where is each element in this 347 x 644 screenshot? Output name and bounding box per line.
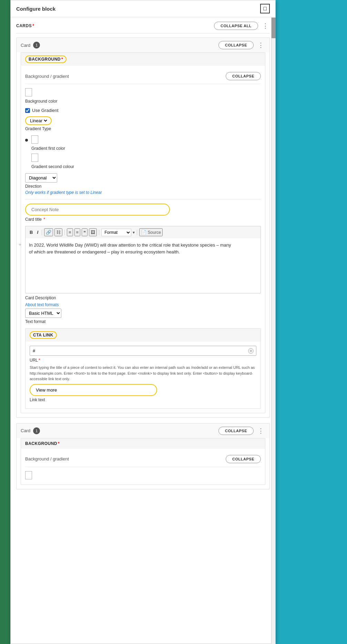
use-gradient-checkbox[interactable] <box>25 108 30 113</box>
card-2-background-subsection: BACKGROUND* Background / gradient COLLAP… <box>21 438 265 485</box>
cta-label-oval: CTA LINK <box>30 331 57 339</box>
url-help-text: Start typing the title of a piece of con… <box>30 365 256 382</box>
gradient-type-field: Linear Radial Gradient Type <box>25 116 261 131</box>
url-input[interactable] <box>30 346 256 356</box>
use-gradient-label: Use Gradient <box>32 108 59 113</box>
text-format-select[interactable]: Basic HTML Full HTML Plain text <box>25 309 61 318</box>
cards-section-header: CARDS* COLLAPSE ALL ⋮ <box>16 17 270 33</box>
link-text-input[interactable] <box>33 385 154 395</box>
bg-color-field: Background color <box>25 88 261 104</box>
bg-gradient-row: Background / gradient COLLAPSE <box>25 70 261 84</box>
background-header: BACKGROUND* <box>21 53 265 66</box>
list-ol-button[interactable]: ≡ <box>74 228 81 236</box>
gradient-first-color-label: Gradient first color <box>31 146 261 151</box>
url-input-wrapper: ○ <box>30 346 256 356</box>
card-1-label: Card 1 <box>21 42 40 49</box>
card-1-header-right: COLLAPSE ⋮ <box>218 41 265 50</box>
card-description-label: Card Description <box>25 295 261 300</box>
card-1-badge: 1 <box>33 42 40 49</box>
card-1-dots-icon[interactable]: ⋮ <box>256 41 265 50</box>
use-gradient-row: Use Gradient <box>25 108 261 113</box>
direction-label: Direction <box>25 184 261 189</box>
divider-1 <box>25 199 261 199</box>
card-2-badge: 1 <box>33 427 40 434</box>
card-title-oval <box>25 204 170 216</box>
card-2-label: Card 1 <box>21 427 40 434</box>
gradient-first-color-swatch[interactable] <box>31 135 38 144</box>
image-button[interactable]: 🖼 <box>89 228 97 236</box>
modal-title: Configure block <box>16 6 55 12</box>
gradient-second-color-label: Gradient second colour <box>31 164 261 169</box>
source-button[interactable]: 📄 Source <box>139 228 163 236</box>
card-2-header-right: COLLAPSE ⋮ <box>218 426 265 435</box>
gradient-first-color-field: Gradient first color <box>31 135 261 151</box>
card-description-field: B I 🔗 ⛓ ≡ ≡ ❝ 🖼 Format <box>25 226 261 324</box>
drag-handle[interactable]: + <box>19 242 21 247</box>
about-formats-link[interactable]: About text formats <box>25 302 261 307</box>
collapse-all-button[interactable]: COLLAPSE ALL <box>214 22 258 30</box>
list-ul-button[interactable]: ≡ <box>67 228 73 236</box>
bold-button[interactable]: B <box>28 229 34 236</box>
bg-color-swatch[interactable] <box>25 88 32 96</box>
cta-content: ○ URL* Start typing the title of a piece… <box>25 342 261 408</box>
configure-block-modal: Configure block □ CARDS* COLLAPSE ALL ⋮ … <box>10 0 276 644</box>
card-title-input[interactable] <box>29 205 166 214</box>
card-2-header: Card 1 COLLAPSE ⋮ <box>17 424 269 438</box>
rte-area[interactable]: + In 2022, World Wildlife Day (WWD) will… <box>25 238 261 293</box>
card-2-bg-color-swatch[interactable] <box>25 471 32 479</box>
gradient-second-color-field: Gradient second colour <box>31 154 261 169</box>
link-button[interactable]: 🔗 <box>44 228 53 236</box>
card-2-dots-icon[interactable]: ⋮ <box>256 426 265 435</box>
cta-header: CTA LINK <box>25 329 261 342</box>
card-1-collapse-button[interactable]: COLLAPSE <box>218 41 254 49</box>
italic-button[interactable]: I <box>35 229 40 236</box>
card-title-field: Card title * <box>25 204 261 222</box>
card-2-bg-content: Background / gradient COLLAPSE <box>21 449 265 485</box>
unlink-button[interactable]: ⛓ <box>54 228 62 236</box>
modal-close-button[interactable]: □ <box>260 4 270 13</box>
url-clear-button[interactable]: ○ <box>248 348 254 354</box>
cards-actions: COLLAPSE ALL ⋮ <box>214 21 270 30</box>
gradient-first-color-row: Gradient first color <box>25 135 261 151</box>
background-label-oval: BACKGROUND* <box>25 55 67 63</box>
scrollbar[interactable] <box>271 18 275 644</box>
gradient-type-select[interactable]: Linear Radial <box>29 118 48 124</box>
card-2-bg-gradient-row: Background / gradient COLLAPSE <box>25 453 261 467</box>
background-content: Background / gradient COLLAPSE Backgroun… <box>21 66 265 413</box>
bullet-dot <box>25 139 28 142</box>
direction-field: Diagonal Horizontal Vertical Direction O… <box>25 173 261 195</box>
link-text-label: Link text <box>30 397 256 402</box>
scrollbar-thumb[interactable] <box>272 18 276 38</box>
card-1-header: Card 1 COLLAPSE ⋮ <box>17 38 269 52</box>
card-2-collapse-button[interactable]: COLLAPSE <box>218 427 254 435</box>
bg-color-label: Background color <box>25 99 261 104</box>
modal-content: CARDS* COLLAPSE ALL ⋮ Card 1 COLLAPSE ⋮ <box>11 17 275 496</box>
card-1-section: Card 1 COLLAPSE ⋮ BACKGROUND* <box>16 38 270 418</box>
card-title-label: Card title * <box>25 217 261 222</box>
cards-label: CARDS* <box>16 23 34 28</box>
toolbar-sep-2 <box>64 230 65 235</box>
required-star: * <box>32 23 34 28</box>
card-2-background-header: BACKGROUND* <box>21 438 265 449</box>
link-text-oval <box>30 384 157 396</box>
direction-info: Only works if gradient type is set to Li… <box>25 190 261 195</box>
modal-header: Configure block □ <box>11 0 275 17</box>
text-format-row: Basic HTML Full HTML Plain text Text for… <box>25 309 261 324</box>
background-subsection: BACKGROUND* Background / gradient COLLAP… <box>21 52 265 413</box>
format-arrow: ▾ <box>133 230 135 235</box>
rte-content[interactable]: In 2022, World Wildlife Day (WWD) will d… <box>29 242 257 255</box>
bg-gradient-collapse-button[interactable]: COLLAPSE <box>226 72 261 80</box>
gradient-type-label: Gradient Type <box>25 126 261 131</box>
toolbar-sep-4 <box>137 230 137 235</box>
cards-dots-icon[interactable]: ⋮ <box>261 21 270 30</box>
blockquote-button[interactable]: ❝ <box>82 228 88 236</box>
rte-toolbar: B I 🔗 ⛓ ≡ ≡ ❝ 🖼 Format <box>25 226 261 238</box>
format-select[interactable]: Format Heading 1 Heading 2 Paragraph <box>101 229 131 236</box>
gradient-second-color-swatch[interactable] <box>31 154 38 162</box>
direction-select[interactable]: Diagonal Horizontal Vertical <box>25 173 57 183</box>
toolbar-sep-3 <box>99 230 99 235</box>
toolbar-sep-1 <box>42 230 42 235</box>
card-2-bg-gradient-collapse[interactable]: COLLAPSE <box>226 455 261 463</box>
link-text-field: Link text <box>30 384 256 402</box>
card-2-section: Card 1 COLLAPSE ⋮ BACKGROUND* Background… <box>16 423 270 489</box>
